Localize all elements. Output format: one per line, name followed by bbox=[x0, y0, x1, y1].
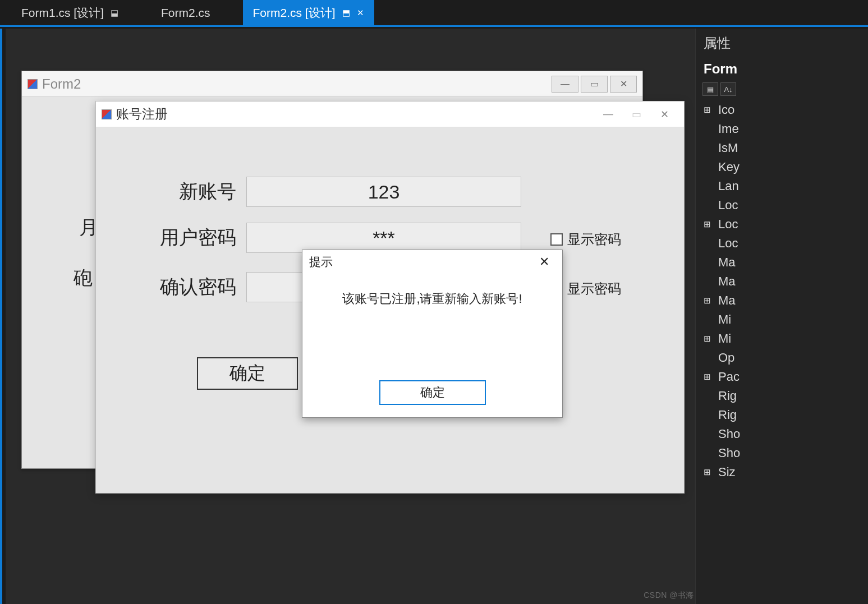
property-row[interactable]: Op bbox=[696, 348, 868, 367]
submit-label: 确定 bbox=[229, 361, 265, 386]
messagebox-body: 该账号已注册,请重新输入新账号! bbox=[302, 274, 562, 307]
tab-form2-code[interactable]: Form2.cs bbox=[151, 0, 221, 25]
registration-title: 账号注册 bbox=[116, 105, 168, 123]
property-row[interactable]: Ime bbox=[696, 119, 868, 139]
tab-form2-design[interactable]: Form2.cs [设计] ⬒ ✕ bbox=[243, 0, 374, 25]
property-label: IsM bbox=[718, 141, 738, 155]
property-row[interactable]: Key bbox=[696, 158, 868, 177]
account-label: 新账号 bbox=[135, 179, 236, 205]
ok-button[interactable]: 确定 bbox=[379, 380, 486, 405]
app-icon bbox=[102, 109, 112, 119]
properties-toolbar: ▤ A↓ bbox=[696, 80, 868, 98]
property-label: Op bbox=[718, 351, 734, 365]
submit-button[interactable]: 确定 bbox=[197, 357, 298, 390]
password-row: 用户密码 bbox=[135, 223, 521, 253]
pin-icon[interactable]: ⬓ bbox=[111, 8, 118, 18]
account-input[interactable] bbox=[246, 177, 521, 207]
checkbox-icon[interactable] bbox=[550, 233, 563, 246]
password-input[interactable] bbox=[246, 223, 521, 253]
app-icon bbox=[27, 79, 38, 89]
expand-icon[interactable]: ⊞ bbox=[704, 219, 714, 229]
messagebox-title: 提示 bbox=[309, 254, 533, 270]
property-label: Rig bbox=[718, 408, 737, 422]
property-row[interactable]: ⊞Ma bbox=[696, 291, 868, 310]
maximize-button[interactable]: ▭ bbox=[581, 76, 608, 93]
property-label: Mi bbox=[718, 312, 731, 327]
properties-object: Form bbox=[696, 58, 868, 80]
expand-icon[interactable]: ⊞ bbox=[704, 105, 714, 115]
registration-titlebar[interactable]: 账号注册 — ▭ ✕ bbox=[96, 102, 684, 127]
messagebox: 提示 ✕ 该账号已注册,请重新输入新账号! 确定 bbox=[302, 250, 563, 418]
password-label: 用户密码 bbox=[135, 225, 236, 251]
expand-icon[interactable]: ⊞ bbox=[704, 334, 714, 344]
property-label: Ime bbox=[718, 122, 739, 136]
property-label: Sho bbox=[718, 427, 740, 441]
property-row[interactable]: ⊞Siz bbox=[696, 463, 868, 482]
properties-panel: 属性 Form ▤ A↓ ⊞IcoImeIsMKeyLanLoc⊞LocLocM… bbox=[695, 29, 868, 604]
property-row[interactable]: ⊞Ico bbox=[696, 100, 868, 119]
property-label: Loc bbox=[718, 236, 738, 251]
tab-label: Form2.cs [设计] bbox=[253, 5, 336, 21]
minimize-button[interactable]: — bbox=[552, 76, 578, 93]
property-label: Mi bbox=[718, 331, 731, 346]
property-label: Ico bbox=[718, 103, 734, 117]
property-label: Ma bbox=[718, 293, 736, 308]
property-label: Siz bbox=[718, 465, 736, 479]
account-row: 新账号 bbox=[135, 177, 521, 207]
property-label: Sho bbox=[718, 446, 740, 460]
properties-title: 属性 bbox=[696, 29, 868, 58]
close-button[interactable]: ✕ bbox=[610, 76, 637, 93]
property-row[interactable]: IsM bbox=[696, 139, 868, 158]
property-label: Loc bbox=[718, 217, 738, 232]
close-icon[interactable]: ✕ bbox=[357, 8, 364, 18]
property-label: Key bbox=[718, 160, 740, 174]
left-rail bbox=[0, 29, 6, 604]
bg-label-confirm: 砲 bbox=[74, 265, 93, 291]
tab-bar: Form1.cs [设计] ⬓ Form2.cs Form2.cs [设计] ⬒… bbox=[0, 0, 868, 27]
tab-label: Form1.cs [设计] bbox=[21, 5, 104, 21]
property-label: Ma bbox=[718, 255, 736, 270]
property-row[interactable]: Sho bbox=[696, 425, 868, 444]
tab-label: Form2.cs bbox=[161, 6, 210, 20]
properties-list[interactable]: ⊞IcoImeIsMKeyLanLoc⊞LocLocMaMa⊞MaMi⊞MiOp… bbox=[696, 98, 868, 484]
property-row[interactable]: Sho bbox=[696, 444, 868, 463]
property-row[interactable]: Rig bbox=[696, 386, 868, 405]
expand-icon[interactable]: ⊞ bbox=[704, 467, 714, 477]
show-password-label: 显示密码 bbox=[567, 230, 621, 248]
ok-label: 确定 bbox=[420, 384, 445, 401]
property-row[interactable]: Ma bbox=[696, 253, 868, 272]
property-label: Ma bbox=[718, 274, 736, 289]
property-label: Loc bbox=[718, 198, 738, 213]
property-label: Lan bbox=[718, 179, 739, 193]
property-row[interactable]: ⊞Loc bbox=[696, 215, 868, 234]
show-password-label: 显示密码 bbox=[567, 280, 621, 298]
property-label: Rig bbox=[718, 389, 737, 403]
maximize-button[interactable]: ▭ bbox=[622, 105, 650, 124]
property-row[interactable]: ⊞Mi bbox=[696, 329, 868, 348]
form2-title: Form2 bbox=[42, 76, 81, 92]
watermark: CSDN @书海 bbox=[644, 591, 694, 601]
property-row[interactable]: Ma bbox=[696, 272, 868, 291]
close-icon[interactable]: ✕ bbox=[533, 255, 555, 269]
expand-icon[interactable]: ⊞ bbox=[704, 296, 714, 306]
property-row[interactable]: ⊞Pac bbox=[696, 367, 868, 386]
form2-titlebar[interactable]: Form2 — ▭ ✕ bbox=[22, 71, 642, 97]
messagebox-footer: 确定 bbox=[302, 380, 562, 405]
property-row[interactable]: Rig bbox=[696, 405, 868, 425]
property-row[interactable]: Loc bbox=[696, 234, 868, 253]
property-row[interactable]: Lan bbox=[696, 177, 868, 196]
messagebox-titlebar[interactable]: 提示 ✕ bbox=[302, 250, 562, 274]
confirm-label: 确认密码 bbox=[135, 274, 236, 300]
expand-icon[interactable]: ⊞ bbox=[704, 372, 714, 382]
tab-form1-design[interactable]: Form1.cs [设计] ⬓ bbox=[11, 0, 128, 25]
alpha-sort-button[interactable]: A↓ bbox=[720, 82, 736, 96]
show-password-1[interactable]: 显示密码 bbox=[550, 230, 621, 248]
pin-icon[interactable]: ⬒ bbox=[342, 8, 350, 18]
categorize-button[interactable]: ▤ bbox=[702, 82, 718, 96]
close-button[interactable]: ✕ bbox=[650, 105, 678, 124]
property-label: Pac bbox=[718, 370, 740, 384]
minimize-button[interactable]: — bbox=[594, 105, 622, 124]
property-row[interactable]: Loc bbox=[696, 196, 868, 215]
property-row[interactable]: Mi bbox=[696, 310, 868, 329]
